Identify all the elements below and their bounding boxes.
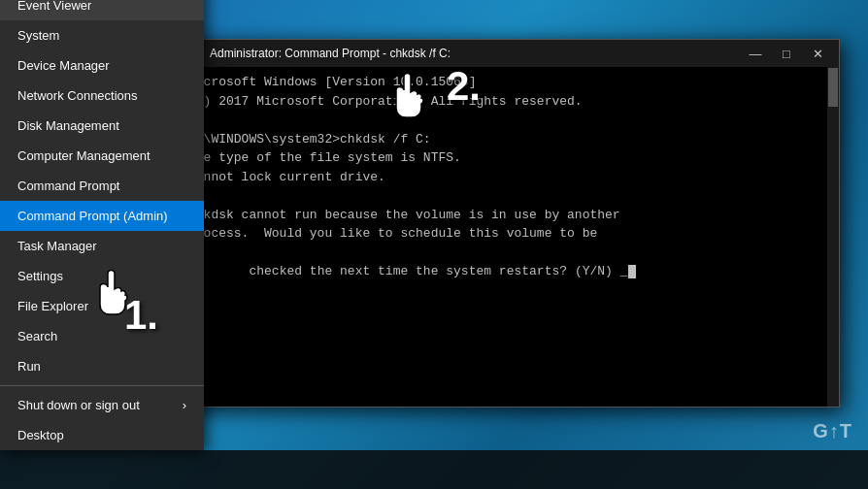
- menu-item-computer-management[interactable]: Computer Management: [0, 141, 204, 171]
- cmd-line-8: Chkdsk cannot run because the volume is …: [188, 206, 831, 225]
- menu-item-desktop[interactable]: Desktop: [0, 420, 204, 450]
- menu-item-task-manager[interactable]: Task Manager: [0, 231, 204, 261]
- context-menu: Apps and Features Mobility Center Power …: [0, 0, 204, 450]
- desktop: Apps and Features Mobility Center Power …: [0, 0, 868, 489]
- menu-item-device-manager[interactable]: Device Manager: [0, 50, 204, 81]
- cmd-controls: — □ ✕: [742, 44, 831, 63]
- submenu-arrow-icon: ›: [183, 398, 186, 412]
- hand-cursor-2: [388, 73, 429, 127]
- cmd-line-6: Cannot lock current drive.: [188, 168, 831, 187]
- cmd-line-4: C:\WINDOWS\system32>chkdsk /f C:: [188, 130, 831, 149]
- cmd-title-text: Administrator: Command Prompt - chkdsk /…: [210, 47, 451, 60]
- menu-item-search[interactable]: Search: [0, 321, 204, 351]
- cmd-line-7: [188, 186, 831, 206]
- cmd-scrollbar[interactable]: [827, 67, 839, 407]
- cursor: [628, 265, 636, 278]
- cmd-line-5: The type of the file system is NTFS.: [188, 148, 831, 168]
- cmd-line-2: (c) 2017 Microsoft Corporation. All righ…: [188, 92, 831, 112]
- menu-item-system[interactable]: System: [0, 20, 204, 50]
- watermark: G↑T: [813, 420, 852, 442]
- menu-item-command-prompt-admin[interactable]: Command Prompt (Admin): [0, 201, 204, 231]
- maximize-button[interactable]: □: [773, 44, 800, 63]
- menu-item-event-viewer[interactable]: Event Viewer: [0, 0, 204, 20]
- cmd-line-1: Microsoft Windows [Version 10.0.15063]: [188, 73, 831, 92]
- menu-item-disk-management[interactable]: Disk Management: [0, 111, 204, 141]
- step-2-label: 2.: [447, 63, 481, 110]
- cmd-line-10: checked the next time the system restart…: [188, 244, 831, 301]
- cmd-line-3: [188, 111, 831, 130]
- cmd-title-left: C:\ Administrator: Command Prompt - chkd…: [188, 46, 451, 61]
- scrollbar-thumb[interactable]: [828, 68, 838, 107]
- cmd-titlebar: C:\ Administrator: Command Prompt - chkd…: [181, 40, 839, 67]
- menu-item-command-prompt[interactable]: Command Prompt: [0, 171, 204, 201]
- taskbar: [0, 450, 868, 489]
- menu-item-network-connections[interactable]: Network Connections: [0, 81, 204, 111]
- menu-divider: [0, 385, 204, 386]
- menu-item-run[interactable]: Run: [0, 351, 204, 381]
- cmd-line-9: process. Would you like to schedule this…: [188, 224, 831, 244]
- minimize-button[interactable]: —: [742, 44, 769, 63]
- menu-item-shutdown[interactable]: Shut down or sign out ›: [0, 390, 204, 420]
- cmd-body[interactable]: Microsoft Windows [Version 10.0.15063] (…: [181, 67, 839, 407]
- close-button[interactable]: ✕: [804, 44, 831, 63]
- cmd-window: C:\ Administrator: Command Prompt - chkd…: [180, 39, 840, 408]
- hand-cursor-1: [92, 270, 133, 324]
